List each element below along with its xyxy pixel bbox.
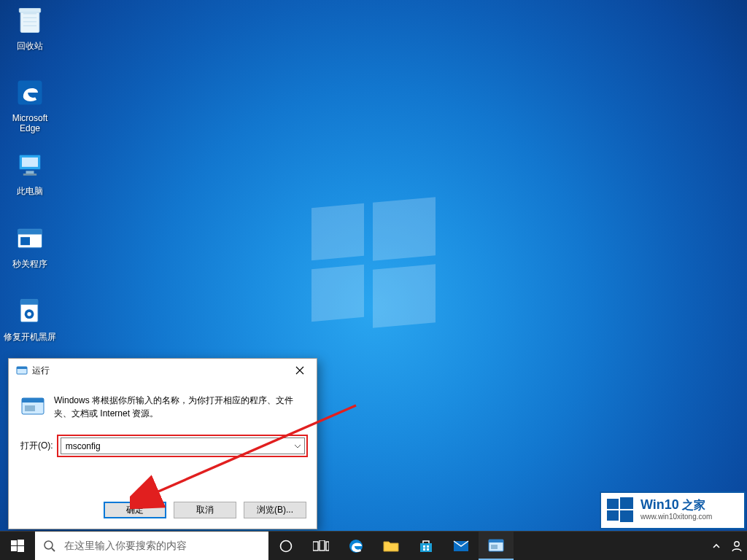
search-icon [35,540,64,553]
desktop-icon-recycle-bin[interactable]: 回收站 [2,3,58,51]
desktop-icon-edge[interactable]: Microsoft Edge [2,75,58,133]
svg-rect-24 [607,510,619,521]
taskbar-running-run-dialog[interactable] [479,532,514,560]
chevron-down-icon[interactable] [291,444,304,448]
svg-rect-11 [20,300,38,305]
svg-rect-34 [320,540,325,551]
svg-rect-27 [18,540,24,545]
svg-rect-45 [491,545,498,549]
folder-icon [383,540,399,553]
system-tray [706,532,747,560]
people-icon [730,540,743,553]
watermark-suffix: 之家 [682,499,705,511]
taskbar-edge[interactable] [338,532,374,560]
taskbar-store[interactable] [409,532,444,560]
browse-button[interactable]: 浏览(B)... [244,502,306,518]
windows-logo-wallpaper [311,198,436,322]
close-button[interactable] [283,359,317,381]
svg-rect-4 [22,158,38,167]
svg-rect-22 [607,499,619,509]
run-dialog-title: 运行 [32,365,283,377]
desktop-icon-label: 此电脑 [2,186,58,196]
cortana-button[interactable] [268,532,303,560]
svg-rect-8 [18,229,42,234]
taskbar-mail[interactable] [444,532,479,560]
svg-rect-20 [25,405,35,411]
pc-icon [14,149,46,182]
mail-icon [453,540,469,552]
svg-rect-23 [620,497,633,509]
gear-file-icon [14,295,46,327]
run-dialog-titlebar[interactable]: 运行 [9,359,317,382]
desktop-icon-label: 秒关程序 [2,259,58,269]
svg-rect-38 [423,545,425,548]
open-label: 打开(O): [20,440,53,452]
svg-rect-40 [423,548,425,551]
store-icon [419,539,433,553]
svg-point-13 [27,312,31,316]
windows-start-icon [11,540,24,553]
window-icon [14,222,46,254]
desktop[interactable]: 回收站 Microsoft Edge 此电脑 [0,0,747,560]
svg-rect-37 [420,543,432,552]
taskbar-search[interactable]: 在这里输入你要搜索的内容 [35,532,268,560]
desktop-icon-fix-boot-black[interactable]: 修复开机黑屏 [2,294,58,342]
edge-icon [14,77,46,109]
svg-point-46 [735,541,739,545]
run-dialog-description: Windows 将根据你所输入的名称，为你打开相应的程序、文件夹、文档或 Int… [54,394,305,420]
svg-rect-9 [20,237,30,245]
search-placeholder: 在这里输入你要搜索的内容 [64,540,187,553]
close-icon [295,366,304,375]
run-window-icon [488,539,504,552]
svg-rect-1 [19,9,40,13]
svg-rect-6 [23,174,36,176]
svg-rect-33 [313,542,318,551]
task-view-button[interactable] [303,532,338,560]
tray-overflow-button[interactable] [706,543,727,549]
svg-rect-5 [26,171,34,174]
run-dialog-icon [16,365,28,376]
watermark-badge: Win10 之家 www.win10xitong.com [600,491,746,529]
taskbar: 在这里输入你要搜索的内容 [0,531,747,560]
edge-icon [348,538,364,554]
desktop-icon-this-pc[interactable]: 此电脑 [2,148,58,196]
svg-rect-29 [18,546,24,552]
run-program-icon [20,394,45,419]
desktop-icon-label: Microsoft Edge [2,113,58,133]
svg-point-32 [281,540,292,551]
cancel-button[interactable]: 取消 [174,502,236,518]
ok-button[interactable]: 确定 [104,502,166,518]
cortana-icon [279,539,293,553]
svg-point-30 [44,541,53,549]
recycle-bin-icon [14,4,46,36]
desktop-icon-label: 修复开机黑屏 [2,332,58,342]
svg-rect-39 [427,545,429,548]
watermark-url: www.win10xitong.com [640,511,712,523]
desktop-icon-shutdown-app[interactable]: 秒关程序 [2,221,58,269]
watermark-brand: Win10 [640,499,679,510]
svg-rect-26 [11,540,17,545]
tray-people[interactable] [727,540,747,553]
svg-rect-25 [620,510,633,522]
svg-rect-35 [326,542,329,551]
watermark-logo-icon [605,496,635,525]
taskbar-file-explorer[interactable] [374,532,409,560]
svg-rect-19 [22,398,44,402]
chevron-up-icon [713,543,720,549]
svg-rect-44 [489,540,503,542]
open-combobox[interactable] [61,438,305,454]
svg-rect-17 [17,367,27,369]
run-dialog: 运行 Windows 将根据你所输入的名称，为你打开相应的程序、文件夹、文档或 … [8,358,317,529]
desktop-icon-label: 回收站 [2,41,58,51]
open-input[interactable] [61,438,291,454]
svg-line-31 [52,548,55,551]
task-view-icon [313,540,329,552]
svg-rect-41 [427,548,429,551]
svg-rect-28 [11,546,17,551]
start-button[interactable] [0,532,35,560]
